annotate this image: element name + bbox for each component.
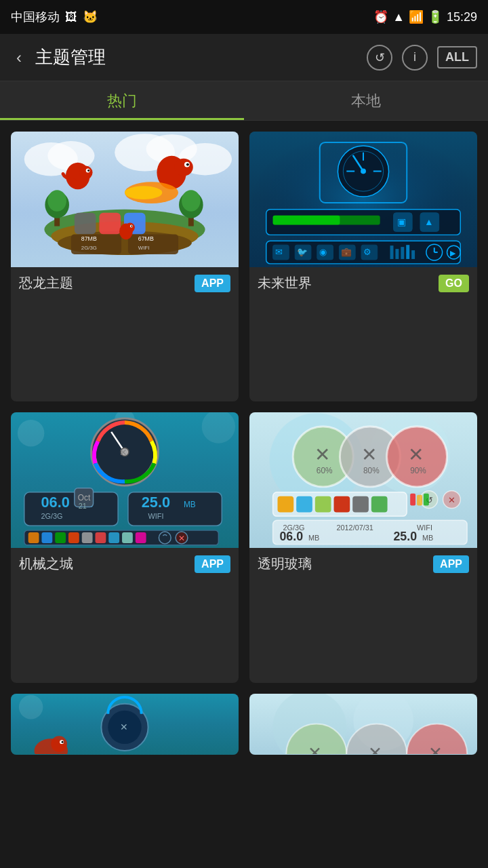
battery-icon: 🔋	[428, 9, 443, 24]
svg-point-22	[174, 159, 193, 176]
svg-text:06.0: 06.0	[41, 494, 69, 511]
theme-card-glass[interactable]: ✕ 60% ✕ 80% ✕ 90% ↺	[249, 412, 477, 682]
svg-text:80%: 80%	[363, 466, 380, 475]
theme-badge-dinosaur[interactable]: APP	[195, 275, 230, 292]
svg-rect-99	[96, 532, 106, 543]
svg-rect-94	[28, 532, 39, 543]
theme-image-future: ▣ ▲ ✉ 🐦 ◉ 💼 ⚙	[249, 132, 477, 267]
refresh-button[interactable]: ↺	[367, 45, 392, 71]
svg-rect-82	[24, 492, 118, 526]
cat-icon: 🐱	[83, 9, 98, 24]
theme-image-mechanical: ✕ 06.0 MB 2G/3G Oct 21 25.0 MB WIFI	[11, 412, 239, 548]
all-button[interactable]: ALL	[437, 46, 477, 68]
svg-text:▶: ▶	[450, 249, 456, 257]
page-title: 主题管理	[35, 45, 359, 69]
svg-point-139	[19, 695, 43, 719]
alarm-icon: ⏰	[373, 9, 388, 24]
tab-local-label: 本地	[351, 91, 381, 111]
svg-rect-120	[315, 496, 331, 513]
tab-local[interactable]: 本地	[244, 81, 488, 120]
back-button[interactable]: ‹	[11, 45, 27, 70]
svg-point-36	[131, 226, 132, 227]
svg-text:🐦: 🐦	[297, 247, 308, 258]
svg-text:Oct: Oct	[78, 493, 91, 502]
wifi-icon: ▲	[392, 10, 405, 24]
theme-card-partial-1[interactable]: ✕	[11, 694, 239, 755]
svg-rect-64	[390, 245, 394, 259]
svg-text:MB: MB	[184, 500, 196, 509]
theme-card-dinosaur[interactable]: 87MB 2G/3G 67MB WIFI 恐龙主题 APP	[11, 132, 239, 401]
status-left: 中国移动 🖼 🐱	[11, 9, 98, 25]
svg-rect-15	[99, 213, 121, 235]
theme-card-partial-2[interactable]: ✕ ✕ ✕	[249, 694, 477, 755]
time-label: 15:29	[447, 10, 477, 24]
svg-rect-130	[424, 494, 429, 506]
svg-rect-95	[41, 532, 52, 543]
svg-text:MB: MB	[308, 534, 319, 542]
svg-rect-102	[136, 532, 146, 543]
svg-point-144	[51, 736, 67, 752]
svg-text:✉: ✉	[275, 247, 283, 257]
signal-icon: 📶	[409, 9, 424, 24]
svg-text:67MB: 67MB	[138, 235, 154, 242]
svg-rect-48	[273, 216, 340, 225]
svg-text:💼: 💼	[341, 247, 352, 258]
svg-text:2012/07/31: 2012/07/31	[336, 524, 373, 532]
svg-point-26	[125, 186, 162, 199]
theme-image-dinosaur: 87MB 2G/3G 67MB WIFI	[11, 132, 239, 267]
info-button[interactable]: i	[402, 45, 428, 71]
theme-card-future[interactable]: ▣ ▲ ✉ 🐦 ◉ 💼 ⚙	[249, 132, 477, 401]
tab-hot-label: 热门	[107, 91, 137, 111]
svg-rect-128	[410, 494, 415, 506]
theme-footer-future: 未来世界 GO	[249, 267, 477, 299]
theme-card-mechanical[interactable]: ✕ 06.0 MB 2G/3G Oct 21 25.0 MB WIFI	[11, 412, 239, 682]
svg-rect-101	[122, 532, 133, 543]
svg-rect-100	[108, 532, 119, 543]
status-bar: 中国移动 🖼 🐱 ⏰ ▲ 📶 🔋 15:29	[0, 0, 488, 34]
svg-rect-129	[417, 495, 422, 506]
theme-name-dinosaur: 恐龙主题	[19, 274, 73, 292]
svg-text:✕: ✕	[361, 445, 377, 466]
svg-rect-67	[406, 245, 409, 259]
svg-text:✕: ✕	[120, 722, 128, 732]
svg-text:✕: ✕	[449, 495, 456, 505]
svg-text:WIFI: WIFI	[148, 513, 164, 521]
svg-text:MB: MB	[422, 534, 433, 542]
svg-text:60%: 60%	[317, 466, 333, 475]
svg-text:✕: ✕	[408, 445, 424, 466]
svg-rect-98	[82, 532, 93, 543]
theme-badge-mechanical[interactable]: APP	[195, 555, 230, 573]
carrier-label: 中国移动	[11, 9, 60, 25]
svg-text:▲: ▲	[424, 216, 434, 227]
svg-text:✕: ✕	[368, 744, 382, 754]
theme-footer-glass: 透明玻璃 APP	[249, 548, 477, 580]
svg-text:▣: ▣	[397, 216, 406, 227]
svg-text:87MB: 87MB	[81, 235, 97, 242]
theme-footer-dinosaur: 恐龙主题 APP	[11, 267, 239, 299]
svg-text:✕: ✕	[308, 744, 322, 754]
info-icon: i	[413, 50, 416, 64]
svg-rect-119	[296, 496, 312, 513]
theme-badge-future[interactable]: GO	[439, 275, 469, 292]
svg-rect-97	[68, 532, 79, 543]
svg-rect-123	[371, 496, 388, 513]
svg-point-74	[18, 420, 45, 447]
theme-image-glass: ✕ 60% ✕ 80% ✕ 90% ↺	[249, 412, 477, 548]
svg-text:WIFI: WIFI	[417, 524, 432, 532]
svg-rect-66	[401, 247, 404, 259]
svg-text:⚙: ⚙	[363, 247, 371, 257]
all-label: ALL	[445, 50, 469, 64]
svg-point-13	[182, 190, 201, 212]
svg-text:WIFI: WIFI	[138, 245, 150, 251]
svg-point-146	[62, 741, 64, 743]
theme-name-future: 未来世界	[258, 274, 312, 292]
svg-text:2G/3G: 2G/3G	[41, 513, 62, 521]
tab-hot[interactable]: 热门	[0, 81, 244, 120]
svg-point-34	[125, 223, 135, 233]
photo-icon: 🖼	[65, 10, 77, 24]
svg-rect-122	[352, 496, 369, 513]
theme-footer-mechanical: 机械之城 APP	[11, 548, 239, 580]
theme-image-partial-2: ✕ ✕ ✕	[249, 694, 477, 755]
svg-text:25.0: 25.0	[142, 494, 170, 511]
theme-badge-glass[interactable]: APP	[433, 555, 469, 573]
